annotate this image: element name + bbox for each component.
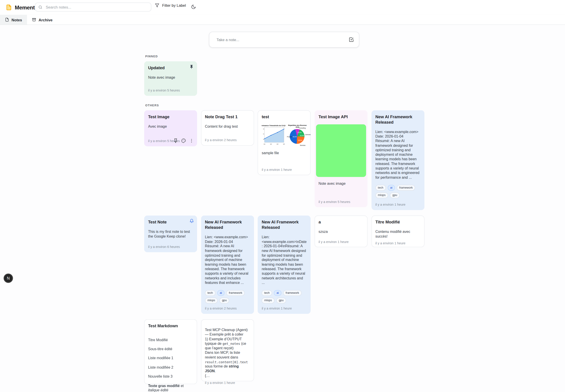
note-timestamp: il y a environ 5 heures [148,136,193,143]
pin-outline-icon[interactable] [173,139,178,143]
svg-text:52: 52 [263,134,264,135]
search-icon [38,5,42,9]
note-composer[interactable] [209,32,359,48]
note-timestamp: il y a environ 1 heure [375,200,420,207]
search-box[interactable] [35,2,152,12]
kebab-menu-icon[interactable] [189,139,194,143]
note-tags: techaiframeworkmlopsgpu [375,185,420,198]
pinned-section-label: PINNED [145,55,158,58]
svg-text:45: 45 [263,139,264,140]
tag-tech[interactable]: tech [205,290,216,296]
tag-tech[interactable]: tech [262,290,272,296]
note-title: New AI Framework Released [262,219,306,230]
note-content: Titre Modifié Sous-titre édité Liste mod… [148,333,193,392]
note-tags: techaiframeworkmlopsgpu [262,290,306,303]
note-timestamp: il y a environ 2 heures [205,136,250,142]
notes-file-icon [5,18,9,22]
pin-icon[interactable] [189,64,194,69]
tab-bar: Notes Archive [0,15,565,25]
archive-icon [32,18,36,22]
filter-by-label-button[interactable]: Filter by Label [155,3,186,7]
note-title: Test Image API [318,114,363,120]
tag-ai[interactable]: ai [388,185,395,191]
tag-gpu[interactable]: gpu [390,193,400,198]
note-title: Test Image [148,114,183,120]
note-content: Test MCP Cleanup (Agent) — Exemple prêt … [205,323,250,378]
tag-mlops[interactable]: mlops [375,193,388,198]
note-timestamp: il y a environ 5 heures [148,86,193,92]
svg-text:Croissance Trimestrielle du CA: Croissance Trimestrielle du CA (M€) [262,125,285,126]
tag-tech[interactable]: tech [375,185,386,191]
note-card-test[interactable]: test Croissance Trimestrielle du CA (M€)… [258,110,311,175]
filter-icon [155,3,159,7]
note-content: Lien: <www.example.com>\nDate: 2026-01-0… [262,235,306,285]
tag-mlops[interactable]: mlops [262,298,275,304]
bell-icon[interactable] [190,218,194,222]
note-actions [173,139,194,143]
note-title: Note Drag Test 1 [205,114,250,120]
code-inline: get_notes [222,342,240,346]
tag-ai[interactable]: ai [274,290,281,296]
note-content: Note avec image [148,75,193,80]
note-card-naf-3[interactable]: New AI Framework Released Lien: <www.exa… [258,216,311,314]
tag-framework[interactable]: framework [283,290,302,296]
note-tags: techaiframeworkmlopsgpu [205,290,250,303]
note-timestamp: il y a environ 5 heures [318,197,363,204]
note-timestamp: il y a environ 1 heure [262,165,306,171]
note-card-note-drag-test[interactable]: Note Drag Test 1 Content for drag test i… [201,110,254,146]
tab-notes-label: Notes [12,17,22,22]
app-header: Memento Filter by Label [0,0,565,15]
note-content: sample file [262,151,306,155]
note-title: Titre Modifié [375,219,420,225]
note-card-updated[interactable]: Updated Note avec image il y a environ 5… [144,61,197,96]
moon-icon [191,4,196,9]
note-title: Test Note [148,219,183,225]
tab-notes[interactable]: Notes [0,15,27,25]
tab-archive[interactable]: Archive [27,15,58,25]
note-content: szsza [318,229,363,234]
dev-badge-label: N [7,276,10,280]
note-card-mcp-cleanup[interactable]: Test MCP Cleanup (Agent) — Exemple prêt … [201,319,254,381]
note-card-test-note[interactable]: Test Note This is my first note to test … [144,216,197,252]
note-title: New AI Framework Released [375,114,420,125]
tab-archive-label: Archive [39,17,53,22]
dev-badge[interactable]: N [4,274,13,283]
note-title: a [318,219,363,225]
note-timestamp: il y a environ 2 heures [205,304,250,310]
note-card-test-image[interactable]: Test Image Avec image il y a environ 5 h… [144,110,197,146]
tag-gpu[interactable]: gpu [219,298,229,304]
note-timestamp: il y a environ 1 heure [205,378,250,385]
tag-mlops[interactable]: mlops [205,298,218,304]
pie-chart-thumbnail[interactable]: Répartition des Revenus 2024 Consulting … [287,124,308,146]
app-logo: Memento [6,4,38,10]
tag-gpu[interactable]: gpu [276,298,286,304]
note-card-naf-2[interactable]: New AI Framework Released Lien: <www.exa… [201,216,254,314]
svg-text:58: 58 [263,128,264,129]
tag-framework[interactable]: framework [397,185,415,191]
note-card-test-image-api[interactable]: Test Image API Note avec image il y a en… [315,110,368,207]
note-attachments: Croissance Trimestrielle du CA (M€) 45 5… [262,124,306,146]
search-input[interactable] [45,4,148,9]
note-card-titre-modifie[interactable]: Titre Modifié Contenu modifié avec succè… [372,216,425,247]
memento-app: Memento Filter by Label Notes Archive [0,0,565,392]
svg-text:Q4: Q4 [283,143,285,145]
note-card-test-markdown[interactable]: Test Markdown Titre Modifié Sous-titre é… [144,319,197,384]
note-content: Contenu modifié avec succès! [375,229,420,239]
note-image-green[interactable] [316,124,366,177]
svg-text:Q3: Q3 [277,143,278,145]
tag-ai[interactable]: ai [217,290,224,296]
note-timestamp: il y a environ 1 heure [262,304,306,310]
area-chart-thumbnail[interactable]: Croissance Trimestrielle du CA (M€) 45 5… [262,124,285,146]
palette-icon[interactable] [181,139,186,143]
take-a-note-input[interactable] [216,37,349,42]
theme-toggle-button[interactable] [191,4,196,9]
note-card-a[interactable]: a szsza il y a environ 1 heure [315,216,368,247]
tag-framework[interactable]: framework [226,290,245,296]
note-title: Updated [148,65,183,70]
note-timestamp: il y a environ 1 heure [318,237,363,244]
note-content: Lien: <www.example.com> Date: 2026-01-04… [375,130,420,180]
svg-text:Q2: Q2 [270,143,272,145]
note-card-naf-1[interactable]: New AI Framework Released Lien: <www.exa… [372,110,425,210]
others-section-label: OTHERS [145,104,159,107]
new-checklist-button[interactable] [349,37,354,42]
